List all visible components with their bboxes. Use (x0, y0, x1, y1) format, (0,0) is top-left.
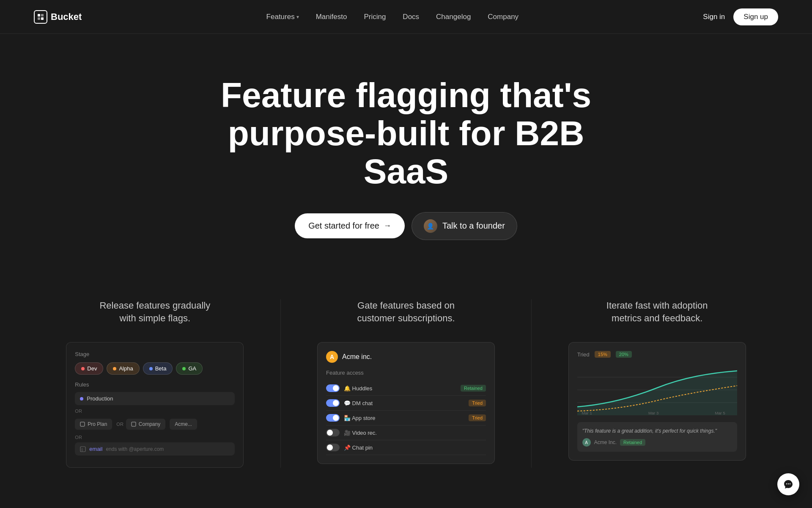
chip-pro-plan: Pro Plan (75, 419, 112, 430)
badge-20: 20% (616, 351, 632, 358)
hero-section: Feature flagging that's purpose-built fo… (0, 34, 812, 274)
tab-alpha[interactable]: Alpha (107, 362, 139, 375)
svg-text:Mar 5: Mar 5 (715, 411, 725, 415)
feature-title-metrics: Iterate fast with adoptionmetrics and fe… (606, 299, 708, 326)
rule-chips-row: Pro Plan OR Company Acme... (75, 416, 235, 432)
get-started-button[interactable]: Get started for free → (295, 213, 405, 238)
mock-card-subscriptions: A Acme inc. Feature access 🔔 Huddles Ret… (317, 342, 495, 464)
tab-dot-dev (81, 367, 85, 370)
email-rule: {} email ends with @aperture.com (75, 442, 235, 456)
toggle-chatpin[interactable] (326, 444, 340, 451)
feature-name-huddles: 🔔 Huddles (344, 385, 372, 392)
chart-area: Mar 1 Mar 3 Mar 5 (577, 364, 737, 415)
tab-beta[interactable]: Beta (143, 362, 173, 375)
features-section: Release features graduallywith simple fl… (0, 274, 812, 468)
rule-dot (80, 397, 83, 400)
feature-name-chatpin: 📌 Chat pin (344, 444, 373, 451)
brand-name: Bucket (51, 11, 82, 22)
nav-links: Features ▾ Manifesto Pricing Docs Change… (266, 13, 519, 21)
company-icon: A (326, 351, 338, 363)
feature-row-appstore: 🏪 App store Tried (326, 411, 486, 425)
tab-dot-alpha (113, 367, 116, 370)
svg-text:{}: {} (81, 448, 83, 451)
chart-header: Tried 15% 20% (577, 351, 737, 358)
feature-left-videorec: 🎥 Video rec. (326, 429, 377, 436)
mock-card-flags: Stage Dev Alpha Beta GA (66, 342, 244, 468)
chat-support-button[interactable] (777, 473, 799, 495)
feature-name-dmchat: 💬 DM chat (344, 400, 373, 406)
feature-row-huddles: 🔔 Huddles Retained (326, 381, 486, 396)
nav-features[interactable]: Features ▾ (266, 13, 299, 21)
badge-15: 15% (595, 351, 611, 358)
testimonial-avatar: A (582, 438, 591, 447)
feature-name-videorec: 🎥 Video rec. (344, 430, 377, 436)
or-label-2: OR (116, 422, 123, 427)
feature-column-subscriptions: Gate features based oncustomer subscript… (285, 299, 527, 468)
testimonial-badge: Retained (620, 439, 645, 446)
svg-text:Mar 3: Mar 3 (648, 411, 658, 415)
hero-title: Feature flagging that's purpose-built fo… (216, 76, 596, 191)
badge-dmchat: Tried (469, 400, 486, 406)
tab-dev[interactable]: Dev (75, 362, 103, 375)
feature-left-chatpin: 📌 Chat pin (326, 444, 373, 451)
testimonial-text: "This feature is a great addition, it's … (582, 427, 732, 435)
auth-buttons: Sign in Sign up (703, 8, 778, 25)
logo-area: Bucket (34, 10, 82, 24)
toggle-appstore[interactable] (326, 414, 340, 422)
svg-rect-0 (38, 14, 40, 17)
testimonial-footer: A Acme Inc. Retained (582, 438, 732, 447)
svg-point-15 (788, 483, 789, 484)
svg-rect-1 (41, 14, 44, 17)
rules-label: Rules (75, 381, 235, 388)
feature-title-subscriptions: Gate features based oncustomer subscript… (357, 299, 455, 326)
svg-rect-3 (41, 17, 44, 20)
toggle-huddles[interactable] (326, 384, 340, 392)
svg-rect-4 (80, 422, 85, 426)
signin-button[interactable]: Sign in (703, 13, 725, 21)
feature-left-huddles: 🔔 Huddles (326, 384, 372, 392)
feature-row-dmchat: 💬 DM chat Tried (326, 396, 486, 411)
svg-rect-2 (38, 17, 40, 20)
stage-label: Stage (75, 351, 235, 357)
nav-pricing[interactable]: Pricing (364, 13, 386, 21)
nav-manifesto[interactable]: Manifesto (316, 13, 347, 21)
tried-label: Tried (577, 351, 590, 358)
svg-rect-5 (132, 422, 136, 426)
feature-left-appstore: 🏪 App store (326, 414, 376, 422)
talk-founder-button[interactable]: 👤 Talk to a founder (411, 212, 517, 240)
divider-2 (531, 299, 532, 468)
nav-company[interactable]: Company (488, 13, 518, 21)
toggle-dmchat[interactable] (326, 399, 340, 407)
stage-tabs: Dev Alpha Beta GA (75, 362, 235, 375)
divider-1 (280, 299, 281, 468)
chip-company: Company (126, 419, 165, 430)
company-header: A Acme inc. (326, 351, 486, 363)
nav-changelog[interactable]: Changelog (436, 13, 471, 21)
feature-row-videorec: 🎥 Video rec. (326, 425, 486, 440)
signup-button[interactable]: Sign up (733, 8, 778, 25)
feature-title-flags: Release features graduallywith simple fl… (99, 299, 210, 326)
hero-cta-group: Get started for free → 👤 Talk to a found… (295, 212, 517, 240)
svg-point-16 (790, 483, 790, 484)
tab-dot-ga (182, 367, 186, 370)
feature-column-metrics: Iterate fast with adoptionmetrics and fe… (536, 299, 778, 468)
production-rule: Production (75, 392, 235, 405)
founder-avatar: 👤 (424, 219, 437, 233)
navbar: Bucket Features ▾ Manifesto Pricing Docs… (0, 0, 812, 34)
testimonial-company: Acme Inc. (594, 439, 617, 445)
feature-name-appstore: 🏪 App store (344, 415, 376, 421)
arrow-right-icon: → (384, 221, 391, 230)
testimonial-card: "This feature is a great addition, it's … (577, 422, 737, 452)
svg-text:Mar 1: Mar 1 (582, 411, 592, 415)
or-label-3: OR (75, 435, 235, 440)
or-label-1: OR (75, 409, 235, 414)
tab-ga[interactable]: GA (176, 362, 203, 375)
feature-column-flags: Release features graduallywith simple fl… (34, 299, 276, 468)
chevron-down-icon: ▾ (296, 14, 299, 20)
feature-access-label: Feature access (326, 370, 486, 376)
feature-row-chatpin: 📌 Chat pin (326, 440, 486, 455)
nav-docs[interactable]: Docs (403, 13, 419, 21)
badge-huddles: Retained (461, 385, 486, 392)
logo-icon (34, 10, 47, 24)
toggle-videorec[interactable] (326, 429, 340, 436)
